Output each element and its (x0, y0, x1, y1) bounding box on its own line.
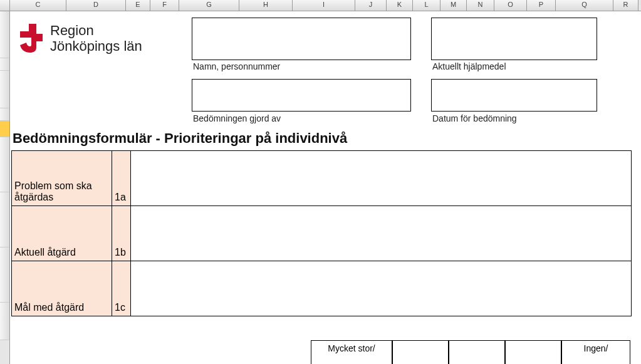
scale-cell-4[interactable] (505, 340, 561, 364)
row-value[interactable] (131, 206, 632, 261)
col-header-r[interactable]: R (613, 0, 638, 11)
assessed-by-input-box[interactable] (192, 79, 411, 112)
aid-input-box[interactable] (431, 18, 597, 60)
spreadsheet-row-headers (0, 11, 10, 364)
row-label[interactable]: Mål med åtgärd (12, 261, 112, 316)
table-row: Problem som ska åtgärdas 1a (12, 151, 632, 206)
logo-line1: Region (50, 23, 142, 38)
row-header[interactable] (0, 247, 9, 303)
scale-cell-1[interactable]: Mycket stor/ (311, 340, 392, 364)
scale-row: Mycket stor/ Ingen/ (311, 340, 630, 364)
row-header[interactable] (0, 108, 9, 121)
col-header-m[interactable]: M (440, 0, 467, 11)
col-header-d[interactable]: D (66, 0, 126, 11)
logo-text: Region Jönköpings län (50, 23, 142, 55)
row-value[interactable] (131, 151, 632, 206)
row-code[interactable]: 1a (112, 151, 131, 206)
row-value[interactable] (131, 261, 632, 316)
row-header[interactable] (0, 11, 9, 58)
col-header-p[interactable]: P (527, 0, 556, 11)
row-label[interactable]: Problem som ska åtgärdas (12, 151, 112, 206)
col-header-e[interactable]: E (126, 0, 150, 11)
region-logo-icon (18, 23, 44, 54)
row-label[interactable]: Aktuell åtgärd (12, 206, 112, 261)
scale-cell-5[interactable]: Ingen/ (561, 340, 630, 364)
row-code[interactable]: 1c (112, 261, 131, 316)
col-header-i[interactable]: I (293, 0, 355, 11)
name-label: Namn, personnummer (193, 61, 280, 71)
name-input-box[interactable] (192, 18, 411, 60)
row-header[interactable] (0, 137, 9, 192)
spreadsheet-content[interactable]: Region Jönköpings län Namn, personnummer… (10, 11, 641, 364)
col-header-g[interactable]: G (179, 0, 239, 11)
table-row: Aktuell åtgärd 1b (12, 206, 632, 261)
col-header-o[interactable]: O (494, 0, 527, 11)
row-header[interactable] (0, 71, 9, 108)
row-header[interactable] (0, 192, 9, 247)
scale-cell-2[interactable] (392, 340, 449, 364)
col-header-l[interactable]: L (413, 0, 440, 11)
col-header-h[interactable]: H (239, 0, 293, 11)
row-header[interactable] (0, 58, 9, 71)
logo-line2: Jönköpings län (50, 38, 142, 54)
aid-label: Aktuellt hjälpmedel (432, 61, 506, 71)
col-header-k[interactable]: K (387, 0, 413, 11)
assessed-by-label: Bedömningen gjord av (193, 113, 281, 123)
col-header-n[interactable]: N (467, 0, 494, 11)
table-row: Mål med åtgärd 1c (12, 261, 632, 316)
date-input-box[interactable] (431, 79, 597, 112)
spreadsheet-column-headers: C D E F G H I J K L M N O P Q R (0, 0, 641, 11)
col-header-f[interactable]: F (150, 0, 179, 11)
row-code[interactable]: 1b (112, 206, 131, 261)
logo-block: Region Jönköpings län (18, 23, 142, 55)
select-all-corner[interactable] (0, 0, 10, 11)
scale-cell-3[interactable] (449, 340, 505, 364)
form-title: Bedömningsformulär - Prioriteringar på i… (13, 130, 347, 147)
row-header[interactable] (0, 303, 9, 340)
col-header-q[interactable]: Q (556, 0, 613, 11)
col-header-c[interactable]: C (10, 0, 66, 11)
assessment-table: Problem som ska åtgärdas 1a Aktuell åtgä… (11, 150, 632, 316)
col-header-j[interactable]: J (355, 0, 387, 11)
row-header-selected[interactable] (0, 121, 9, 137)
date-label: Datum för bedömning (432, 113, 517, 123)
